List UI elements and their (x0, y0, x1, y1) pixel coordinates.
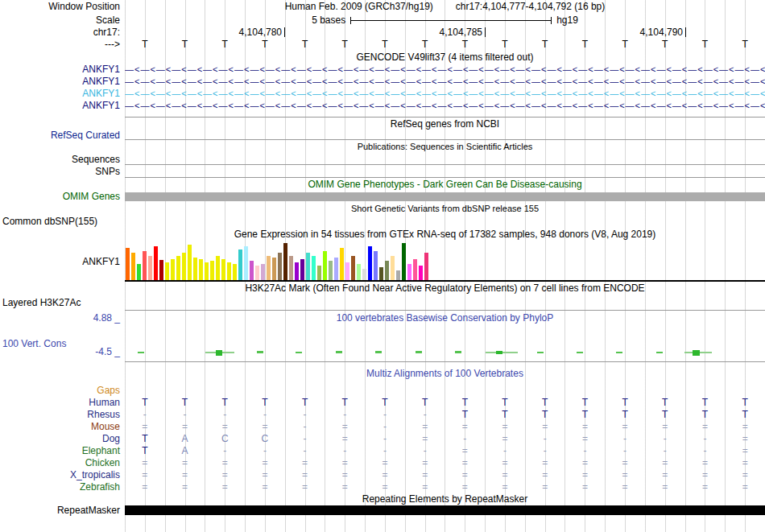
species-row-dog[interactable]: DogTACC-=-=-=-=---= (0, 433, 765, 445)
conservation-track[interactable] (125, 326, 765, 362)
omim-genes-track[interactable] (125, 192, 765, 202)
gtex-tissue-bar[interactable] (188, 245, 192, 280)
gtex-tissue-bar[interactable] (323, 251, 327, 280)
snps-label[interactable]: SNPs (0, 165, 125, 178)
repeatmasker-label[interactable]: RepeatMasker (0, 505, 125, 516)
gtex-tissue-bar[interactable] (306, 253, 310, 280)
publications-title[interactable]: Publications: Sequences in Scientific Ar… (125, 140, 765, 154)
species-alignment-track[interactable]: TA------=------= (125, 445, 765, 457)
gtex-title[interactable]: Gene Expression in 54 tissues from GTEx … (125, 228, 765, 241)
species-alignment-track[interactable]: ================ (125, 457, 765, 469)
gencode-title[interactable]: GENCODE V49lift37 (4 items filtered out) (125, 51, 765, 64)
gtex-tissue-bar[interactable] (362, 269, 366, 280)
species-label[interactable]: Dog (0, 433, 125, 445)
gtex-tissue-bar[interactable] (391, 256, 395, 280)
layered-h3k27ac-label[interactable]: Layered H3K27Ac (0, 295, 125, 311)
gtex-tissue-bar[interactable] (199, 259, 203, 280)
dbsnp-label[interactable]: Common dbSNP(155) (0, 215, 125, 228)
gtex-tissue-bar[interactable] (267, 256, 271, 280)
gtex-tissue-bar[interactable] (407, 264, 411, 280)
species-alignment-track[interactable]: ================ (125, 469, 765, 481)
species-label[interactable]: Rhesus (0, 409, 125, 421)
species-row-chicken[interactable]: Chicken================ (0, 457, 765, 469)
gtex-tissue-bar[interactable] (374, 251, 378, 280)
species-row-zebrafish[interactable]: Zebrafish================ (0, 481, 765, 493)
phylop-title[interactable]: 100 vertebrates Basewise Conservation by… (125, 311, 765, 326)
strand-arrow-label[interactable]: ---> (0, 38, 125, 51)
refseq-curated-track[interactable] (125, 130, 765, 140)
species-label[interactable]: Chicken (0, 457, 125, 469)
gtex-tissue-bar[interactable] (317, 266, 321, 280)
gtex-tissue-bar[interactable] (295, 262, 299, 280)
gtex-tissue-bar[interactable] (171, 259, 175, 280)
gaps-track[interactable] (125, 385, 765, 397)
gene-structure-line[interactable]: —<—<—<—<—<—<—<—<—<—<—<—<—<—<—<—<—<—<—<—<… (125, 88, 765, 100)
gtex-tissue-bar[interactable] (289, 256, 293, 280)
gtex-tissue-bar[interactable] (272, 258, 276, 280)
gtex-tissue-bar[interactable] (385, 261, 389, 280)
gene-row[interactable]: ANKFY1—<—<—<—<—<—<—<—<—<—<—<—<—<—<—<—<—<… (0, 88, 765, 100)
gene-row[interactable]: ANKFY1—<—<—<—<—<—<—<—<—<—<—<—<—<—<—<—<—<… (0, 100, 765, 112)
gene-row[interactable]: ANKFY1—<—<—<—<—<—<—<—<—<—<—<—<—<—<—<—<—<… (0, 64, 765, 76)
omim-genes-label[interactable]: OMIM Genes (0, 192, 125, 202)
sequences-track[interactable] (125, 154, 765, 165)
gaps-label[interactable]: Gaps (0, 385, 125, 397)
species-label[interactable]: Human (0, 397, 125, 409)
species-alignment-track[interactable]: --------TTTTTTTT (125, 409, 765, 421)
gtex-tissue-bar[interactable] (221, 259, 225, 280)
gtex-tissue-bar[interactable] (159, 260, 163, 280)
gtex-tissue-bar[interactable] (205, 262, 209, 280)
gtex-tissue-bar[interactable] (283, 243, 287, 280)
gtex-tissue-bar[interactable] (210, 261, 214, 280)
gene-label[interactable]: ANKFY1 (0, 64, 125, 76)
gtex-tissue-bar[interactable] (340, 248, 344, 280)
gtex-tissue-bar[interactable] (131, 253, 135, 280)
gtex-tissue-bar[interactable] (413, 259, 417, 280)
species-alignment-track[interactable]: ================ (125, 481, 765, 493)
repeatmasker-track[interactable] (125, 505, 765, 516)
gtex-tissue-bar[interactable] (227, 262, 231, 280)
gtex-tissue-bar[interactable] (137, 264, 141, 280)
gtex-tissue-bar[interactable] (216, 256, 220, 280)
species-alignment-track[interactable]: TTTTTTTTTTTTTTTT (125, 397, 765, 409)
snps-track[interactable] (125, 165, 765, 178)
conservation-track-label[interactable]: 100 Vert. Cons (2, 338, 66, 349)
gtex-tissue-bar[interactable] (233, 264, 237, 280)
gtex-expression-bars[interactable] (126, 243, 428, 280)
refseq-title[interactable]: RefSeq genes from NCBI (125, 118, 765, 130)
gtex-tissue-bar[interactable] (334, 258, 338, 280)
species-row-human[interactable]: HumanTTTTTTTTTTTTTTTT (0, 397, 765, 409)
gtex-tissue-bar[interactable] (126, 248, 130, 280)
gtex-tissue-bar[interactable] (368, 246, 372, 280)
gtex-tissue-bar[interactable] (424, 253, 428, 280)
gtex-tissue-bar[interactable] (345, 262, 349, 280)
gene-row[interactable]: ANKFY1—<—<—<—<—<—<—<—<—<—<—<—<—<—<—<—<—<… (0, 76, 765, 88)
gene-label[interactable]: ANKFY1 (0, 88, 125, 100)
h3k27ac-title[interactable]: H3K27Ac Mark (Often Found Near Active Re… (125, 282, 765, 295)
coordinate-track[interactable]: 4,104,780 4,104,785 4,104,790 (125, 27, 765, 38)
gene-structure-line[interactable]: —<—<—<—<—<—<—<—<—<—<—<—<—<—<—<—<—<—<—<—<… (125, 100, 765, 112)
species-row-elephant[interactable]: ElephantTA------=------= (0, 445, 765, 457)
gene-structure-line[interactable]: —<—<—<—<—<—<—<—<—<—<—<—<—<—<—<—<—<—<—<—<… (125, 64, 765, 76)
gtex-gene-label[interactable]: ANKFY1 (0, 241, 125, 282)
dbsnp-title[interactable]: Short Genetic Variants from dbSNP releas… (125, 202, 765, 215)
species-label[interactable]: Mouse (0, 421, 125, 433)
gene-label[interactable]: ANKFY1 (0, 76, 125, 88)
gtex-tissue-bar[interactable] (244, 246, 248, 280)
gtex-tissue-bar[interactable] (148, 256, 152, 280)
sequences-label[interactable]: Sequences (0, 154, 125, 165)
refseq-curated-label[interactable]: RefSeq Curated (0, 130, 125, 140)
gtex-tissue-bar[interactable] (419, 266, 423, 280)
gtex-tissue-bar[interactable] (250, 261, 254, 280)
dbsnp-track[interactable] (125, 215, 765, 228)
gtex-tissue-bar[interactable] (255, 266, 259, 280)
gtex-tissue-bar[interactable] (312, 256, 316, 280)
layered-h3k27ac-track[interactable] (125, 295, 765, 311)
base-sequence-track[interactable]: TTTTTTTTTTTTTTTT (125, 38, 765, 51)
species-row-mouse[interactable]: Mouse====-=-========= (0, 421, 765, 433)
gtex-tissue-bar[interactable] (176, 256, 180, 280)
gtex-tissue-bar[interactable] (193, 258, 197, 280)
repeatmasker-title[interactable]: Repeating Elements by RepeatMasker (125, 493, 765, 505)
gtex-tissue-bar[interactable] (182, 253, 186, 280)
gtex-tissue-bar[interactable] (261, 264, 265, 280)
